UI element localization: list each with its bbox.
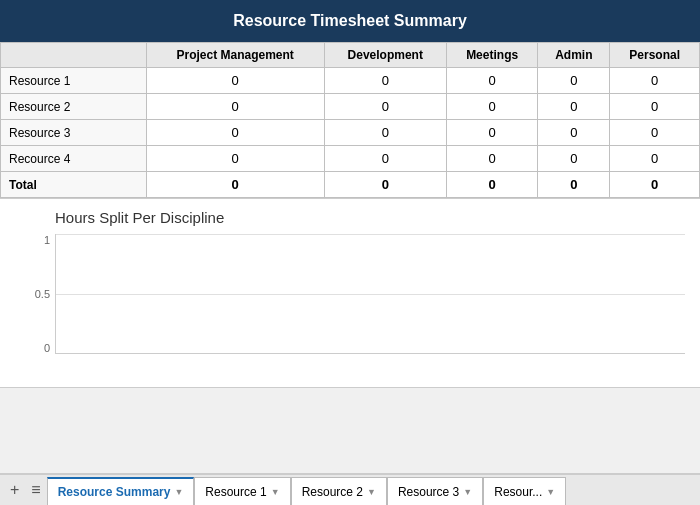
y-axis: 1 0.5 0 xyxy=(15,234,50,354)
meet-cell: 0 xyxy=(446,94,537,120)
admin-cell: 0 xyxy=(538,68,610,94)
dev-cell: 0 xyxy=(324,94,446,120)
personal-cell: 0 xyxy=(610,146,700,172)
tab-arrow: ▼ xyxy=(271,487,280,497)
y-label-05: 0.5 xyxy=(35,288,50,300)
tab-label: Resource 3 xyxy=(398,485,459,499)
total-meet: 0 xyxy=(446,172,537,198)
tab-resour[interactable]: Resour...▼ xyxy=(483,477,566,505)
y-label-1: 1 xyxy=(44,234,50,246)
tab-resource-3[interactable]: Resource 3▼ xyxy=(387,477,483,505)
table-row: Resource 2 0 0 0 0 0 xyxy=(1,94,700,120)
resource-name-cell: Resource 3 xyxy=(1,120,147,146)
table-row: Resource 1 0 0 0 0 0 xyxy=(1,68,700,94)
tab-label: Resour... xyxy=(494,485,542,499)
pm-cell: 0 xyxy=(146,94,324,120)
tab-resource-summary[interactable]: Resource Summary▼ xyxy=(47,477,195,505)
tab-arrow: ▼ xyxy=(367,487,376,497)
total-pm: 0 xyxy=(146,172,324,198)
resource-name-cell: Recource 4 xyxy=(1,146,147,172)
pm-cell: 0 xyxy=(146,146,324,172)
tab-resource-1[interactable]: Resource 1▼ xyxy=(194,477,290,505)
tab-arrow: ▼ xyxy=(463,487,472,497)
dev-cell: 0 xyxy=(324,120,446,146)
personal-cell: 0 xyxy=(610,68,700,94)
grid-line-top xyxy=(56,234,685,235)
meet-cell: 0 xyxy=(446,146,537,172)
meet-cell: 0 xyxy=(446,68,537,94)
table-row: Recource 4 0 0 0 0 0 xyxy=(1,146,700,172)
admin-cell: 0 xyxy=(538,94,610,120)
total-dev: 0 xyxy=(324,172,446,198)
resource-name-cell: Resource 2 xyxy=(1,94,147,120)
menu-button[interactable]: ≡ xyxy=(25,475,46,505)
pm-cell: 0 xyxy=(146,120,324,146)
tab-label: Resource 1 xyxy=(205,485,266,499)
col-header-meet: Meetings xyxy=(446,43,537,68)
summary-table-area: Project Management Development Meetings … xyxy=(0,42,700,198)
chart-plot xyxy=(55,234,685,354)
grid-line-mid xyxy=(56,294,685,295)
dev-cell: 0 xyxy=(324,146,446,172)
pm-cell: 0 xyxy=(146,68,324,94)
chart-wrapper: 1 0.5 0 xyxy=(55,234,685,374)
admin-cell: 0 xyxy=(538,146,610,172)
tab-resource-2[interactable]: Resource 2▼ xyxy=(291,477,387,505)
y-label-0: 0 xyxy=(44,342,50,354)
total-admin: 0 xyxy=(538,172,610,198)
chart-area: Hours Split Per Discipline 1 0.5 0 xyxy=(0,198,700,388)
total-row: Total 0 0 0 0 0 xyxy=(1,172,700,198)
table-row: Resource 3 0 0 0 0 0 xyxy=(1,120,700,146)
total-label: Total xyxy=(1,172,147,198)
tab-bar: + ≡ Resource Summary▼Resource 1▼Resource… xyxy=(0,473,700,505)
col-header-name xyxy=(1,43,147,68)
meet-cell: 0 xyxy=(446,120,537,146)
add-sheet-button[interactable]: + xyxy=(4,475,25,505)
col-header-admin: Admin xyxy=(538,43,610,68)
page-title: Resource Timesheet Summary xyxy=(233,12,467,29)
personal-cell: 0 xyxy=(610,120,700,146)
dev-cell: 0 xyxy=(324,68,446,94)
tab-label: Resource Summary xyxy=(58,485,171,499)
personal-cell: 0 xyxy=(610,94,700,120)
page-header: Resource Timesheet Summary xyxy=(0,0,700,42)
tab-label: Resource 2 xyxy=(302,485,363,499)
summary-table: Project Management Development Meetings … xyxy=(0,42,700,198)
col-header-personal: Personal xyxy=(610,43,700,68)
total-personal: 0 xyxy=(610,172,700,198)
resource-name-cell: Resource 1 xyxy=(1,68,147,94)
col-header-pm: Project Management xyxy=(146,43,324,68)
col-header-dev: Development xyxy=(324,43,446,68)
tab-arrow: ▼ xyxy=(546,487,555,497)
tab-arrow: ▼ xyxy=(174,487,183,497)
admin-cell: 0 xyxy=(538,120,610,146)
chart-title: Hours Split Per Discipline xyxy=(55,209,685,226)
